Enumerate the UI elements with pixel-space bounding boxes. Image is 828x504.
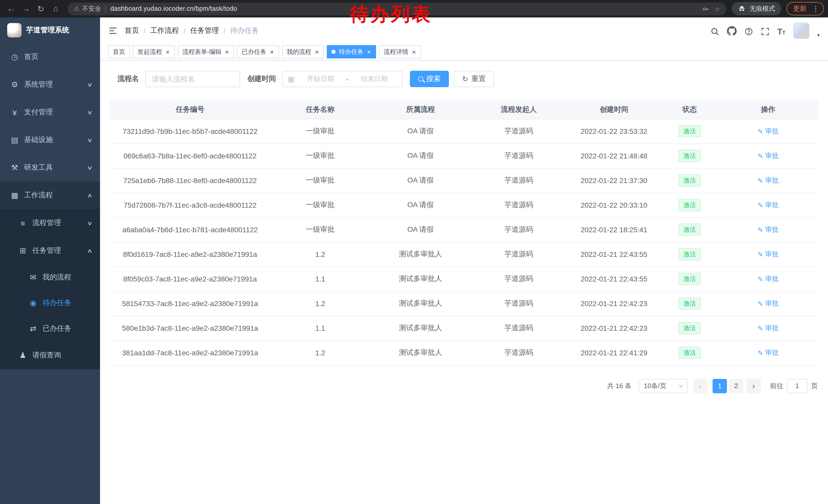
task-name-cell: 一级审批 — [270, 119, 371, 144]
task-id-cell: 58154733-7ac8-11ec-a9e2-a2380e71991a — [110, 291, 270, 316]
initiator-cell: 芋道源码 — [470, 168, 567, 193]
approve-link[interactable]: ✎审批 — [757, 176, 779, 185]
bookmark-star-icon[interactable]: ☆ — [715, 5, 720, 12]
search-button[interactable]: 搜索 — [410, 71, 449, 87]
create-time-cell: 2022-01-21 22:42:23 — [567, 291, 661, 316]
approve-link-label: 审批 — [765, 127, 779, 136]
tab-close-icon[interactable]: × — [367, 48, 371, 55]
status-badge: 激活 — [678, 199, 701, 211]
status-cell: 激活 — [661, 340, 718, 365]
tab[interactable]: 首页 — [108, 45, 130, 58]
status-badge: 激活 — [678, 248, 701, 261]
initiator-cell: 芋道源码 — [470, 242, 567, 267]
chevron-down-icon: ∨ — [87, 81, 93, 88]
sidebar-item-task-management[interactable]: ⊞任务管理∧ — [0, 237, 100, 265]
sidebar-toggle-icon[interactable] — [108, 26, 118, 35]
task-table-header: 任务编号任务名称所属流程流程发起人创建时间状态操作 — [110, 100, 818, 119]
github-icon[interactable] — [727, 26, 737, 39]
sidebar-item-todo-task[interactable]: ◉待办任务 — [0, 290, 100, 316]
tab-close-icon[interactable]: × — [411, 48, 416, 55]
task-name-cell: 一级审批 — [270, 217, 371, 242]
action-cell: ✎审批 — [718, 316, 818, 340]
next-page-button[interactable]: › — [746, 379, 761, 393]
font-size-icon[interactable]: TT — [777, 28, 785, 39]
approve-link[interactable]: ✎审批 — [757, 324, 779, 333]
page-button-1[interactable]: 1 — [713, 379, 727, 393]
tab[interactable]: 流程表单-编辑× — [178, 45, 234, 58]
user-avatar[interactable] — [793, 22, 810, 39]
app-logo-row[interactable]: 芋道管理系统 — [0, 17, 100, 43]
column-header: 任务编号 — [110, 100, 270, 119]
tab[interactable]: 我的流程× — [282, 45, 324, 58]
filter-bar: 流程名 创建时间 ▦ 开始日期 - 结束日期 搜索 ↻ — [110, 71, 818, 87]
page-button-2[interactable]: 2 — [729, 379, 743, 393]
approve-link[interactable]: ✎审批 — [757, 250, 779, 259]
sidebar-item-label: 请假查询 — [32, 351, 61, 360]
breadcrumb-item[interactable]: 工作流程 — [150, 26, 179, 35]
sidebar-item-infrastructure[interactable]: ▤基础设施∨ — [0, 126, 100, 154]
process-name-input[interactable] — [145, 71, 240, 87]
browser-refresh-button[interactable]: ↻ — [34, 2, 48, 16]
browser-back-button[interactable]: ← — [4, 2, 18, 16]
sidebar-item-home[interactable]: ◷首页 — [0, 43, 100, 71]
breadcrumb-separator: / — [143, 27, 146, 35]
process-cell: OA 请假 — [371, 119, 470, 144]
tab-label: 发起流程 — [137, 47, 162, 56]
sidebar-item-system-management[interactable]: ⚙系统管理∨ — [0, 71, 100, 98]
tab-close-icon[interactable]: × — [224, 48, 229, 55]
sidebar-item-my-process[interactable]: ✉我的流程 — [0, 265, 100, 290]
approve-link[interactable]: ✎审批 — [757, 348, 779, 357]
approve-link[interactable]: ✎审批 — [757, 225, 779, 234]
password-key-icon[interactable] — [702, 5, 709, 12]
page-unit-label: 页 — [811, 381, 818, 391]
avatar-dropdown-caret-icon[interactable]: ▾ — [817, 32, 820, 39]
browser-home-button[interactable]: ⌂ — [49, 2, 63, 16]
column-header: 操作 — [718, 100, 818, 119]
approve-link[interactable]: ✎审批 — [757, 151, 779, 161]
goto-page-input[interactable] — [787, 379, 808, 393]
sidebar-item-leave-query[interactable]: ♟请假查询 — [0, 341, 100, 369]
approve-link[interactable]: ✎审批 — [757, 127, 779, 136]
process-cell: 测试多审批人 — [371, 316, 470, 340]
tab-active[interactable]: 待办任务× — [327, 45, 376, 58]
breadcrumb-item[interactable]: 任务管理 — [190, 26, 219, 35]
breadcrumb-item[interactable]: 首页 — [125, 26, 139, 35]
browser-forward-button[interactable]: → — [19, 2, 33, 16]
sidebar-item-dev-tools[interactable]: ⚒研发工具∨ — [0, 154, 100, 182]
tab[interactable]: 已办任务× — [237, 45, 279, 58]
approve-link[interactable]: ✎审批 — [757, 200, 779, 210]
approve-link[interactable]: ✎审批 — [757, 299, 779, 308]
help-icon[interactable] — [744, 27, 753, 39]
sidebar-item-process-management[interactable]: ≡流程管理∨ — [0, 209, 100, 237]
tab-close-icon[interactable]: × — [165, 48, 170, 55]
sidebar-item-payment-management[interactable]: ¥支付管理∨ — [0, 98, 100, 126]
table-row: 069c6a63-7b8a-11ec-8ef0-acde48001122一级审批… — [110, 144, 818, 168]
tab[interactable]: 发起流程× — [133, 45, 175, 58]
page-size-select[interactable]: 10条/页 ∨ — [639, 379, 688, 393]
sidebar-item-label: 系统管理 — [24, 80, 53, 89]
tab-close-icon[interactable]: × — [269, 48, 274, 55]
approve-link-label: 审批 — [765, 225, 779, 234]
sidebar-item-workflow[interactable]: ▦工作流程∧ — [0, 182, 100, 209]
task-table: 任务编号任务名称所属流程流程发起人创建时间状态操作 73211d9d-7b9b-… — [110, 100, 818, 365]
start-date-placeholder[interactable]: 开始日期 — [297, 74, 343, 84]
approve-link[interactable]: ✎审批 — [757, 274, 779, 283]
browser-menu-icon[interactable]: ⋮ — [811, 5, 821, 13]
create-time-range-picker[interactable]: ▦ 开始日期 - 结束日期 — [282, 71, 403, 87]
table-row: 381aa1dd-7ac8-11ec-a9e2-a2380e71991a1.2测… — [110, 340, 818, 365]
reset-button[interactable]: ↻ 重置 — [454, 71, 494, 87]
sidebar-item-done-task[interactable]: ⇄已办任务 — [0, 316, 100, 341]
table-row: 73211d9d-7b9b-11ec-b5b7-acde48001122一级审批… — [110, 119, 818, 144]
sidebar: 芋道管理系统 ◷首页⚙系统管理∨¥支付管理∨▤基础设施∨⚒研发工具∨▦工作流程∧… — [0, 17, 100, 504]
initiator-cell: 芋道源码 — [470, 193, 567, 217]
goto-label: 前往 — [770, 381, 783, 391]
end-date-placeholder[interactable]: 结束日期 — [352, 74, 397, 84]
tab-close-icon[interactable]: × — [315, 48, 319, 55]
fullscreen-icon[interactable] — [761, 27, 770, 39]
tab-label: 流程表单-编辑 — [182, 47, 221, 56]
tab[interactable]: 流程详情× — [379, 45, 421, 58]
prev-page-button[interactable]: ‹ — [693, 379, 707, 393]
browser-update-button[interactable]: 更新 ⋮ — [786, 2, 824, 15]
approve-link-label: 审批 — [765, 250, 779, 259]
search-icon[interactable] — [710, 27, 719, 39]
